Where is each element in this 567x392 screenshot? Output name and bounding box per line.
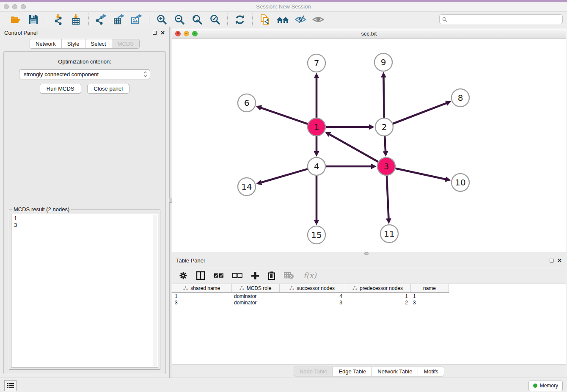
tab-edge-table[interactable]: Edge Table bbox=[333, 367, 372, 376]
network-window-titlebar[interactable]: ✕ − + scc.txt bbox=[172, 29, 566, 39]
table-cell[interactable]: 4 bbox=[279, 293, 345, 299]
graph-node-14[interactable]: 14 bbox=[238, 178, 256, 196]
table-cell[interactable]: 3 bbox=[279, 299, 345, 306]
graph-node-1[interactable]: 1 bbox=[308, 118, 325, 136]
memory-button[interactable]: Memory bbox=[528, 381, 563, 391]
hsplitter-grip[interactable] bbox=[364, 252, 369, 255]
tab-style[interactable]: Style bbox=[62, 39, 85, 48]
import-table-icon[interactable] bbox=[69, 13, 84, 26]
graph-edge-2-8[interactable] bbox=[393, 101, 451, 124]
select-all-checkboxes-icon[interactable] bbox=[214, 273, 224, 278]
graph-edge-1-4[interactable] bbox=[314, 136, 319, 157]
double-house-icon[interactable] bbox=[275, 13, 290, 26]
mcds-result-item[interactable]: 3 bbox=[14, 222, 158, 229]
column-header-shared-name[interactable]: shared name bbox=[172, 284, 231, 293]
export-network-icon[interactable] bbox=[94, 13, 109, 26]
copy-network-icon[interactable] bbox=[257, 13, 272, 26]
search-container bbox=[439, 14, 563, 24]
graph-edge-1-7[interactable] bbox=[314, 73, 319, 118]
save-session-icon[interactable] bbox=[26, 13, 41, 26]
column-header-predecessor-nodes[interactable]: predecessor nodes bbox=[345, 284, 410, 293]
graph-node-6[interactable]: 6 bbox=[238, 94, 256, 112]
float-panel-icon[interactable] bbox=[153, 31, 157, 35]
refresh-styles-icon[interactable] bbox=[232, 13, 248, 26]
mcds-result-list[interactable]: 13 bbox=[11, 214, 158, 367]
tab-network-table[interactable]: Network Table bbox=[372, 367, 418, 376]
delete-column-icon[interactable] bbox=[268, 271, 275, 280]
add-column-icon[interactable] bbox=[251, 271, 259, 280]
zoom-in-icon[interactable] bbox=[154, 13, 169, 26]
zoom-selected-icon[interactable] bbox=[207, 13, 223, 26]
float-table-panel-icon[interactable] bbox=[550, 259, 553, 262]
graph-edge-4-3[interactable] bbox=[325, 164, 377, 169]
open-session-icon[interactable] bbox=[8, 13, 23, 26]
table-tabs: Node TableEdge TableNetwork TableMotifs bbox=[172, 365, 566, 378]
criterion-select[interactable]: strongly connected component bbox=[19, 69, 150, 79]
gear-icon[interactable] bbox=[179, 271, 187, 280]
zoom-out-icon[interactable] bbox=[172, 13, 187, 26]
eye-slash-icon[interactable] bbox=[293, 13, 308, 26]
tab-mcds[interactable]: MCDS bbox=[112, 39, 139, 48]
search-input[interactable] bbox=[449, 17, 560, 22]
column-header-name[interactable]: name bbox=[410, 284, 449, 293]
window-title: Session: New Session bbox=[0, 3, 567, 10]
close-panel-button[interactable]: Close panel bbox=[87, 84, 130, 94]
task-history-button[interactable] bbox=[4, 380, 17, 391]
graph-node-2[interactable]: 2 bbox=[375, 118, 393, 136]
table-cell[interactable]: 3 bbox=[172, 299, 231, 306]
table-cell[interactable]: dominator bbox=[231, 293, 279, 299]
splitter-grip[interactable] bbox=[169, 198, 172, 203]
zoom-fit-icon[interactable] bbox=[190, 13, 205, 26]
eye-icon[interactable] bbox=[311, 13, 326, 26]
graph-node-9[interactable]: 9 bbox=[374, 53, 392, 71]
graph-edge-3-10[interactable] bbox=[395, 168, 451, 182]
tab-select[interactable]: Select bbox=[85, 39, 112, 48]
tab-node-table[interactable]: Node Table bbox=[294, 367, 333, 376]
result-scrollbar[interactable] bbox=[153, 215, 157, 367]
table-row[interactable]: 1dominator411 bbox=[172, 293, 449, 299]
run-mcds-button[interactable]: Run MCDS bbox=[40, 84, 81, 94]
close-table-panel-icon[interactable]: ✕ bbox=[557, 259, 562, 262]
network-canvas[interactable]: 7968124314101511 bbox=[172, 39, 566, 252]
mcds-result-item[interactable]: 1 bbox=[14, 215, 158, 222]
graph-node-7[interactable]: 7 bbox=[308, 54, 325, 72]
table-cell[interactable]: 1 bbox=[410, 293, 449, 299]
graph-node-15[interactable]: 15 bbox=[308, 226, 325, 244]
node-table[interactable]: shared nameMCDS rolesuccessor nodesprede… bbox=[172, 284, 566, 365]
graph-edge-4-15[interactable] bbox=[314, 175, 319, 225]
table-cell[interactable]: 3 bbox=[410, 299, 449, 306]
export-table-icon[interactable] bbox=[111, 13, 127, 26]
table-row[interactable]: 3dominator323 bbox=[172, 299, 449, 306]
svg-text:7: 7 bbox=[314, 58, 319, 68]
clear-checkboxes-icon[interactable] bbox=[232, 273, 242, 278]
graph-node-3[interactable]: 3 bbox=[377, 157, 395, 175]
graph-edge-2-3[interactable] bbox=[383, 136, 388, 157]
vertical-splitter[interactable] bbox=[169, 27, 171, 378]
table-cell[interactable]: 1 bbox=[172, 293, 231, 299]
search-box[interactable] bbox=[439, 14, 563, 24]
table-cell[interactable]: dominator bbox=[231, 299, 279, 306]
export-image-icon[interactable] bbox=[129, 13, 144, 26]
svg-text:1: 1 bbox=[314, 122, 319, 132]
graph-edge-3-1[interactable] bbox=[325, 132, 379, 162]
graph-node-4[interactable]: 4 bbox=[308, 157, 325, 175]
split-columns-icon[interactable] bbox=[196, 271, 205, 280]
graph-node-8[interactable]: 8 bbox=[451, 89, 469, 107]
column-header-successor-nodes[interactable]: successor nodes bbox=[279, 284, 345, 293]
table-cell[interactable]: 2 bbox=[345, 299, 410, 306]
graph-edge-4-14[interactable] bbox=[256, 169, 308, 185]
tab-network[interactable]: Network bbox=[30, 39, 62, 48]
column-header-MCDS-role[interactable]: MCDS role bbox=[231, 284, 279, 293]
graph-node-10[interactable]: 10 bbox=[451, 174, 469, 191]
import-network-icon[interactable] bbox=[51, 13, 66, 26]
graph-edge-1-6[interactable] bbox=[256, 105, 308, 124]
graph-edge-1-2[interactable] bbox=[325, 124, 374, 130]
graph-edge-2-9[interactable] bbox=[381, 72, 386, 118]
select-stepper-icon bbox=[143, 71, 147, 77]
close-panel-icon[interactable]: ✕ bbox=[160, 31, 165, 35]
horizontal-splitter[interactable] bbox=[171, 252, 567, 255]
table-cell[interactable]: 1 bbox=[345, 293, 410, 299]
graph-node-11[interactable]: 11 bbox=[380, 225, 398, 243]
graph-edge-3-11[interactable] bbox=[386, 175, 391, 224]
tab-motifs[interactable]: Motifs bbox=[418, 367, 444, 376]
